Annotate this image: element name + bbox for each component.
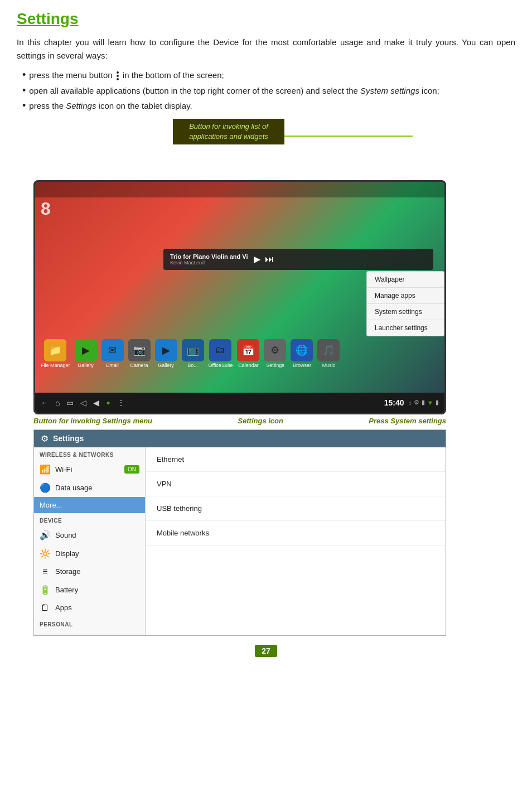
page-content: Settings In this chapter you will learn … [0, 0, 532, 685]
app-music[interactable]: 🎵 Music [317, 339, 340, 368]
callout-bottom-left: Button for invoking Settings menu [33, 417, 152, 425]
browser-icon: 🌐 [291, 339, 313, 361]
camera-icon: 📷 [128, 339, 151, 361]
storage-icon: ≡ [40, 567, 51, 577]
officesuite-icon: 🗂 [209, 339, 231, 361]
wifi-icon: 📶 [40, 464, 51, 475]
bullet-list: • press the menu button in the bottom of… [22, 68, 515, 113]
diagram-area: Button for invoking list of applications… [17, 119, 515, 636]
settings-item-wifi[interactable]: 📶 Wi-Fi ON [34, 460, 145, 479]
tablet-nav-icons: ← ⌂ ▭ ◁ ◀ ● ⋮ [41, 398, 384, 407]
music-label: Music [322, 363, 336, 368]
context-menu-system-settings[interactable]: System settings [367, 304, 444, 320]
settings-right-vpn[interactable]: VPN [146, 472, 446, 496]
file-manager-label: File Manager [41, 363, 70, 368]
calendar-icon: 📅 [237, 339, 259, 361]
play-icon[interactable]: ▶ [254, 254, 260, 264]
settings-panel-header: ⚙ Settings [34, 430, 446, 447]
data-usage-icon: 🔵 [40, 482, 51, 493]
app-officesuite[interactable]: 🗂 OfficeSuite [209, 339, 233, 368]
context-menu: Wallpaper Manage apps System settings La… [366, 271, 444, 336]
music-controls: ▶ ⏭ [254, 254, 274, 264]
more-label: More... [40, 501, 62, 509]
app-bo[interactable]: 📺 Bo... [182, 339, 204, 368]
settings-item-display[interactable]: 🔆 Display [34, 544, 145, 563]
back-nav-icon[interactable]: ← [41, 398, 49, 407]
callout-bottom-right: Press System settings [369, 417, 446, 425]
usb-tethering-label: USB tethering [157, 504, 202, 513]
music-info: Trio for Piano Violin and Vi Kevin MacLe… [170, 253, 248, 265]
battery-settings-icon: 🔋 [40, 585, 51, 595]
settings-item-data-usage[interactable]: 🔵 Data usage [34, 479, 145, 497]
context-menu-manage-apps[interactable]: Manage apps [367, 288, 444, 304]
mobile-networks-label: Mobile networks [157, 529, 209, 537]
intro-paragraph: In this chapter you will learn how to co… [17, 36, 515, 62]
settings-right-ethernet[interactable]: Ethernet [146, 447, 446, 472]
apps-label: Apps [55, 604, 72, 612]
menu-dots-icon[interactable]: ⋮ [117, 398, 125, 407]
settings-panel: ⚙ Settings WIRELESS & NETWORKS 📶 Wi-Fi O… [33, 429, 446, 636]
wifi-toggle[interactable]: ON [124, 465, 139, 474]
volume-nav-icon[interactable]: ◁ [80, 398, 86, 407]
context-menu-wallpaper[interactable]: Wallpaper [367, 272, 444, 288]
battery-level-icon: ▮ [436, 399, 439, 406]
context-menu-launcher-settings[interactable]: Launcher settings [367, 320, 444, 336]
file-manager-icon: 📁 [44, 339, 66, 361]
music-icon: 🎵 [317, 339, 340, 361]
settings-app-icon: ⚙ [264, 339, 286, 361]
vpn-label: VPN [157, 480, 172, 488]
tablet-screen: 8 Trio for Piano Violin and Vi Kevin Mac… [35, 182, 444, 413]
app-settings[interactable]: ⚙ Settings [264, 339, 286, 368]
tablet-frame: 8 Trio for Piano Violin and Vi Kevin Mac… [33, 180, 446, 414]
home-nav-icon[interactable]: ⌂ [55, 398, 60, 407]
apps-icon: 🗒 [40, 603, 51, 613]
bullet-dot-1: • [22, 68, 26, 82]
gallery-label-2: Gallery [158, 363, 174, 368]
tablet-status-icons: ↕ ⚙ ▮ ▼ ▮ [409, 399, 439, 406]
battery-label: Battery [55, 586, 78, 594]
music-title: Trio for Piano Violin and Vi [170, 253, 248, 260]
settings-item-sound[interactable]: 🔊 Sound [34, 526, 145, 544]
ethernet-label: Ethernet [157, 455, 184, 464]
settings-status-icon: ⚙ [414, 399, 419, 406]
app-gallery-1[interactable]: ▶ Gallery [75, 339, 97, 368]
settings-item-apps[interactable]: 🗒 Apps [34, 599, 145, 617]
app-calendar[interactable]: 📅 Calendar [237, 339, 259, 368]
section-label-device: DEVICE [34, 513, 145, 526]
recent-nav-icon[interactable]: ▭ [66, 398, 74, 407]
app-camera[interactable]: 📷 Camera [128, 339, 151, 368]
app-gallery-2[interactable]: ▶ Gallery [155, 339, 177, 368]
app-file-manager[interactable]: 📁 File Manager [41, 339, 70, 368]
app-email[interactable]: ✉ Email [101, 339, 124, 368]
callout-line [284, 136, 413, 137]
gallery-label-1: Gallery [78, 363, 94, 368]
gallery-icon-1: ▶ [75, 339, 97, 361]
tablet-status-bar: ← ⌂ ▭ ◁ ◀ ● ⋮ 15:40 ↕ ⚙ ▮ ▼ ▮ [35, 393, 444, 413]
settings-header-icon: ⚙ [41, 433, 49, 444]
settings-item-more[interactable]: More... [34, 497, 145, 513]
callout-bottom-center: Settings icon [238, 417, 283, 425]
settings-right-mobile-networks[interactable]: Mobile networks [146, 521, 446, 546]
bullet-dot-2: • [22, 84, 26, 98]
callout-top-text: Button for invoking list of applications… [189, 122, 268, 141]
bullet-dot-3: • [22, 99, 26, 113]
volume-up-icon[interactable]: ◀ [93, 398, 99, 407]
page-number-area: 27 [17, 645, 515, 663]
settings-item-battery[interactable]: 🔋 Battery [34, 581, 145, 599]
settings-item-storage[interactable]: ≡ Storage [34, 563, 145, 581]
bullet-text-3: press the Settings icon on the tablet di… [29, 99, 192, 113]
email-icon: ✉ [101, 339, 124, 361]
page-title: Settings [17, 10, 515, 28]
settings-right-usb-tethering[interactable]: USB tethering [146, 496, 446, 521]
bullet-item-2: • open all available applications (butto… [22, 84, 515, 98]
app-browser[interactable]: 🌐 Browser [291, 339, 313, 368]
officesuite-label: OfficeSuite [209, 363, 233, 368]
email-label: Email [106, 363, 119, 368]
tablet-topbar [35, 182, 444, 197]
callout-top-box: Button for invoking list of applications… [173, 119, 284, 144]
bullet-item-3: • press the Settings icon on the tablet … [22, 99, 515, 113]
browser-label: Browser [293, 363, 311, 368]
skip-icon[interactable]: ⏭ [265, 254, 274, 264]
music-artist: Kevin MacLeod [170, 260, 248, 265]
sound-icon: 🔊 [40, 530, 51, 540]
